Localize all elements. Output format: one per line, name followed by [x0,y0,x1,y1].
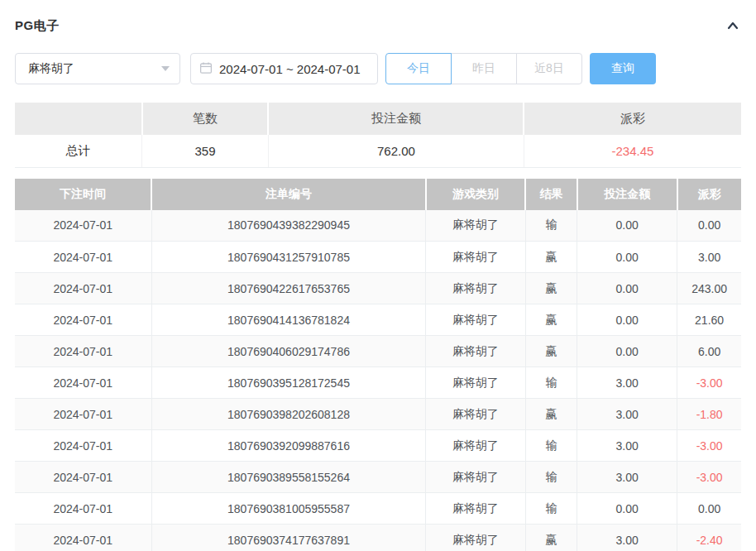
summary-col-blank [15,103,142,135]
cell-bet-amount: 3.00 [577,462,677,493]
summary-total-label: 总计 [15,135,142,167]
cell-bet-id: 1807690406029174786 [151,336,426,367]
records-col-bet-amount: 投注金额 [577,179,677,210]
cell-game-type: 麻将胡了 [426,336,525,367]
table-row: 2024-07-01 1807690406029174786 麻将胡了 赢 0.… [15,336,741,367]
cell-bet-time: 2024-07-01 [15,367,151,399]
game-select-value: 麻将胡了 [28,61,74,76]
table-row: 2024-07-01 1807690374177637891 麻将胡了 赢 3.… [15,525,741,551]
cell-result: 赢 [525,273,577,304]
cell-bet-amount: 0.00 [577,242,677,273]
date-range-input[interactable]: 2024-07-01 ~ 2024-07-01 [190,53,378,84]
cell-payout: -3.00 [677,367,741,399]
yesterday-button[interactable]: 昨日 [451,53,517,84]
cell-bet-amount: 0.00 [577,210,677,242]
cell-payout: 243.00 [677,273,741,304]
cell-payout: 3.00 [677,242,741,273]
records-body: 2024-07-01 1807690439382290945 麻将胡了 输 0.… [15,210,741,551]
records-col-result: 结果 [525,179,577,210]
summary-table: 笔数 投注金额 派彩 总计 359 762.00 -234.45 [15,103,741,168]
cell-bet-id: 1807690431257910785 [151,242,426,273]
cell-game-type: 麻将胡了 [426,242,525,273]
table-row: 2024-07-01 1807690431257910785 麻将胡了 赢 0.… [15,242,741,273]
cell-bet-time: 2024-07-01 [15,242,151,273]
records-col-bet-time: 下注时间 [15,179,151,210]
cell-result: 赢 [525,304,577,336]
cell-result: 输 [525,430,577,462]
records-table: 下注时间 注单编号 游戏类别 结果 投注金额 派彩 2024-07-01 180… [15,179,741,551]
cell-bet-time: 2024-07-01 [15,273,151,304]
cell-bet-id: 1807690395128172545 [151,367,426,399]
cell-payout: 0.00 [677,210,741,242]
cell-game-type: 麻将胡了 [426,210,525,242]
cell-payout: 21.60 [677,304,741,336]
cell-bet-amount: 0.00 [577,493,677,525]
cell-result: 输 [525,210,577,242]
cell-bet-time: 2024-07-01 [15,210,151,242]
cell-result: 赢 [525,242,577,273]
cell-bet-id: 1807690392099887616 [151,430,426,462]
summary-col-payout: 派彩 [524,103,741,135]
table-row: 2024-07-01 1807690389558155264 麻将胡了 输 3.… [15,462,741,493]
panel-header: PG电子 [15,0,741,34]
cell-payout: -2.40 [677,525,741,551]
cell-result: 输 [525,462,577,493]
table-row: 2024-07-01 1807690398202608128 麻将胡了 赢 3.… [15,399,741,430]
records-col-payout: 派彩 [677,179,741,210]
cell-game-type: 麻将胡了 [426,399,525,430]
cell-bet-id: 1807690422617653765 [151,273,426,304]
cell-bet-time: 2024-07-01 [15,430,151,462]
cell-result: 输 [525,367,577,399]
cell-bet-time: 2024-07-01 [15,399,151,430]
cell-game-type: 麻将胡了 [426,273,525,304]
table-row: 2024-07-01 1807690395128172545 麻将胡了 输 3.… [15,367,741,399]
records-col-bet-id: 注单编号 [151,179,426,210]
summary-count-value: 359 [142,135,269,167]
cell-game-type: 麻将胡了 [426,304,525,336]
cell-game-type: 麻将胡了 [426,367,525,399]
cell-bet-amount: 0.00 [577,304,677,336]
cell-game-type: 麻将胡了 [426,525,525,551]
cell-result: 赢 [525,525,577,551]
summary-bet-amount-value: 762.00 [268,135,524,167]
cell-bet-amount: 3.00 [577,525,677,551]
table-row: 2024-07-01 1807690392099887616 麻将胡了 输 3.… [15,430,741,462]
cell-payout: 0.00 [677,493,741,525]
game-select[interactable]: 麻将胡了 [15,53,180,84]
cell-game-type: 麻将胡了 [426,430,525,462]
summary-header-row: 笔数 投注金额 派彩 [15,103,741,135]
cell-bet-time: 2024-07-01 [15,493,151,525]
cell-bet-time: 2024-07-01 [15,462,151,493]
date-range-value: 2024-07-01 ~ 2024-07-01 [219,62,361,76]
cell-bet-id: 1807690381005955587 [151,493,426,525]
records-col-game-type: 游戏类别 [426,179,525,210]
chevron-down-icon [161,66,170,71]
cell-payout: -1.80 [677,399,741,430]
chevron-up-icon [725,24,741,36]
today-button[interactable]: 今日 [385,53,452,84]
cell-bet-time: 2024-07-01 [15,304,151,336]
cell-bet-id: 1807690389558155264 [151,462,426,493]
cell-bet-amount: 3.00 [577,430,677,462]
cell-bet-amount: 0.00 [577,336,677,367]
cell-bet-amount: 3.00 [577,367,677,399]
cell-payout: -3.00 [677,462,741,493]
last-8-days-button[interactable]: 近8日 [516,53,582,84]
table-row: 2024-07-01 1807690439382290945 麻将胡了 输 0.… [15,210,741,242]
summary-payout-value: -234.45 [524,135,741,167]
cell-bet-id: 1807690414136781824 [151,304,426,336]
cell-result: 赢 [525,399,577,430]
cell-bet-amount: 0.00 [577,273,677,304]
query-button[interactable]: 查询 [590,53,656,84]
collapse-button[interactable] [725,17,741,34]
summary-col-count: 笔数 [142,103,269,135]
cell-bet-time: 2024-07-01 [15,336,151,367]
panel-title: PG电子 [15,18,60,34]
cell-result: 输 [525,493,577,525]
quick-date-button-group: 今日 昨日 近8日 [385,53,582,84]
cell-payout: 6.00 [677,336,741,367]
table-row: 2024-07-01 1807690422617653765 麻将胡了 赢 0.… [15,273,741,304]
cell-game-type: 麻将胡了 [426,493,525,525]
cell-payout: -3.00 [677,430,741,462]
cell-bet-id: 1807690398202608128 [151,399,426,430]
